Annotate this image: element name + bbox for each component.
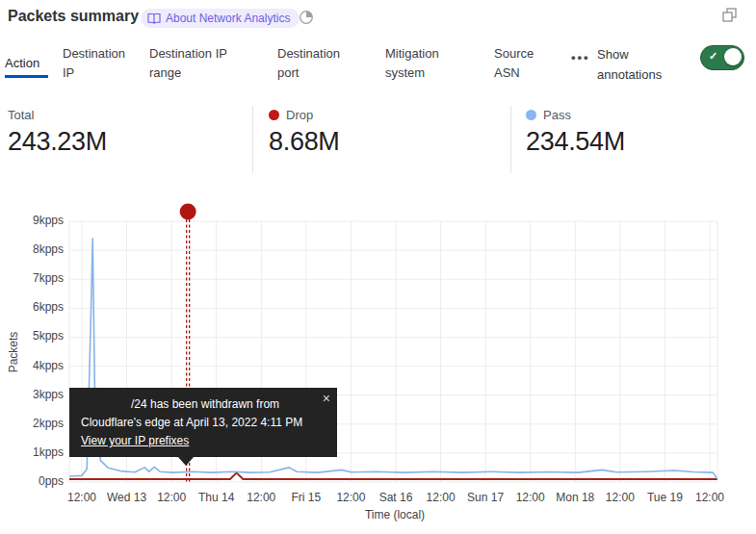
stat-label: Pass: [543, 108, 571, 122]
tab-mitigation-system[interactable]: Mitigation system: [385, 44, 455, 83]
y-tick-label: 3kpps: [0, 388, 64, 401]
y-tick-label: 1kpps: [0, 445, 64, 459]
y-tick-label: 6kpps: [0, 300, 64, 314]
tooltip-message: /24 has been withdrawn from Cloudflare's…: [81, 395, 326, 432]
pass-legend-dot: [526, 110, 536, 120]
x-axis-title: Time (local): [332, 508, 457, 521]
y-tick-label: 5kpps: [0, 329, 64, 343]
tab-destination-port[interactable]: Destination port: [277, 44, 352, 83]
tab-label: Action: [5, 56, 39, 70]
stat-value: 243.23M: [8, 127, 107, 157]
tab-label: Destination port: [277, 46, 340, 80]
active-tab-underline: [5, 75, 48, 78]
stat-divider: [510, 106, 511, 173]
tooltip-arrow: [178, 457, 194, 466]
y-tick-label: 7kpps: [0, 271, 64, 285]
tab-label: Destination IP range: [149, 46, 227, 80]
about-network-analytics-badge[interactable]: About Network Analytics: [141, 9, 300, 28]
book-icon: [147, 13, 161, 24]
page-title: Packets summary: [8, 8, 139, 25]
tab-destination-ip-range[interactable]: Destination IP range: [149, 44, 238, 83]
tab-source-asn[interactable]: Source ASN: [494, 44, 544, 83]
x-tick-label: 12:00: [681, 491, 739, 504]
tab-label: Mitigation system: [385, 46, 439, 80]
more-tabs-icon[interactable]: •••: [571, 50, 590, 64]
show-annotations-toggle[interactable]: ✓: [700, 45, 744, 70]
check-icon: ✓: [709, 50, 717, 63]
show-annotations-label: Show annotations: [597, 44, 676, 85]
tab-action[interactable]: Action: [5, 54, 39, 73]
drop-legend-dot: [269, 110, 279, 120]
y-tick-label: 0pps: [0, 474, 64, 488]
stat-value: 8.68M: [269, 127, 340, 157]
stat-value: 234.54M: [526, 127, 625, 157]
close-icon[interactable]: ×: [323, 392, 330, 405]
stat-pass: Pass 234.54M: [526, 108, 625, 157]
tab-label: Destination IP: [63, 46, 125, 80]
badge-label: About Network Analytics: [166, 12, 290, 25]
pop-out-icon[interactable]: [721, 7, 739, 24]
y-tick-label: 2kpps: [0, 417, 64, 430]
stat-total: Total 243.23M: [8, 108, 107, 157]
view-ip-prefixes-link[interactable]: View your IP prefixes: [81, 434, 189, 447]
tab-destination-ip[interactable]: Destination IP: [63, 44, 134, 83]
stat-label: Total: [8, 108, 34, 122]
y-tick-label: 8kpps: [0, 242, 64, 256]
y-tick-label: 4kpps: [0, 359, 64, 372]
annotation-dot[interactable]: [180, 204, 196, 220]
stat-drop: Drop 8.68M: [269, 108, 340, 157]
packets-summary-panel: Packets summary About Network Analytics …: [0, 0, 756, 534]
time-scope-icon[interactable]: [299, 10, 314, 25]
tab-label: Source ASN: [494, 46, 534, 80]
stat-label: Drop: [286, 108, 313, 122]
toggle-knob: [724, 48, 742, 65]
annotation-tooltip: × /24 has been withdrawn from Cloudflare…: [69, 388, 337, 457]
y-tick-label: 9kpps: [0, 214, 64, 227]
stat-divider: [252, 106, 253, 173]
